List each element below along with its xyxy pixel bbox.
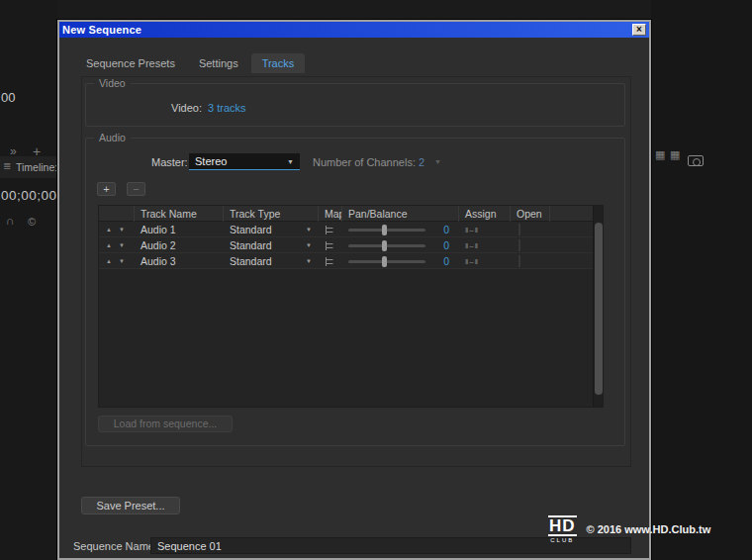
header-filler [550, 206, 595, 222]
dialog-title-bar[interactable]: New Sequence × [59, 22, 649, 38]
add-panel-icon[interactable]: + [33, 143, 41, 159]
table-header-row: Track Name Track Type Map Pan/Balance As… [99, 206, 595, 222]
move-down-icon[interactable]: ▼ [119, 227, 125, 233]
header-reorder [99, 206, 135, 222]
pan-value: 0 [443, 224, 449, 235]
tab-tracks[interactable]: Tracks [251, 53, 306, 73]
header-map: Map [319, 206, 342, 222]
header-assign: Assign [459, 206, 511, 222]
close-icon[interactable]: × [632, 24, 646, 36]
camera-icon[interactable] [688, 155, 704, 166]
master-dropdown[interactable]: Stereo ▼ [189, 153, 300, 170]
new-sequence-dialog: New Sequence × Sequence Presets Settings… [57, 20, 651, 560]
map-cell [319, 240, 342, 251]
pan-balance-slider[interactable]: 0 [342, 253, 459, 269]
pan-handle[interactable] [382, 240, 387, 251]
open-cell [511, 224, 550, 235]
master-dropdown-value: Stereo [195, 155, 227, 167]
channels-value[interactable]: 2 [419, 156, 424, 168]
open-checkbox[interactable] [518, 239, 520, 251]
track-name[interactable]: Audio 3 [135, 255, 224, 267]
sequence-name-label: Sequence Name: [73, 540, 157, 552]
marker-icon[interactable]: © [28, 216, 36, 228]
master-label: Master: [151, 156, 188, 168]
move-down-icon[interactable]: ▼ [119, 258, 125, 264]
track-type-dropdown[interactable]: Standard▼ [224, 224, 319, 235]
track-name[interactable]: Audio 1 [135, 224, 224, 235]
pan-handle[interactable] [382, 225, 387, 235]
save-preset-button[interactable]: Save Preset... [81, 497, 180, 514]
map-routing-icon[interactable] [324, 240, 335, 251]
map-routing-icon[interactable] [324, 225, 335, 235]
video-group: Video Video: 3 tracks [85, 83, 625, 127]
timeline-panel-icon: ≣ [3, 160, 11, 171]
panel-grid-icon-2[interactable]: ▦ [670, 148, 680, 161]
panel-menu-chevron-icon[interactable]: » [10, 144, 17, 158]
chevron-down-icon: ▼ [306, 227, 312, 233]
chevron-down-icon: ▼ [306, 242, 312, 248]
table-scrollbar[interactable] [593, 206, 603, 407]
assign-icon[interactable]: ‖–‖ [459, 226, 511, 234]
pan-balance-slider[interactable]: 0 [342, 222, 459, 237]
hd-logo-text: HD [548, 515, 577, 536]
pan-balance-slider[interactable]: 0 [342, 237, 459, 253]
scrollbar-thumb[interactable] [595, 223, 603, 395]
audio-group-label: Audio [94, 132, 131, 143]
track-type-dropdown[interactable]: Standard▼ [224, 239, 319, 251]
header-pan-balance: Pan/Balance [342, 206, 459, 222]
timeline-timecode: 00;00;00; [1, 188, 61, 203]
move-up-icon[interactable]: ▲ [106, 258, 112, 264]
tab-settings[interactable]: Settings [188, 53, 249, 73]
reorder-cell: ▲▼ [99, 258, 135, 264]
snap-icon[interactable]: ∩ [6, 214, 15, 228]
pan-track [348, 229, 425, 232]
background-right-panel [651, 0, 752, 560]
header-track-name: Track Name [135, 206, 224, 222]
watermark: HD CLUB © 2016 www.HD.Club.tw [548, 515, 710, 543]
audio-tracks-table: Track Name Track Type Map Pan/Balance As… [98, 205, 604, 408]
audio-group: Audio Master: Stereo ▼ Number of Channel… [85, 138, 625, 446]
table-row: ▲▼ Audio 1 Standard▼ 0 ‖–‖ [99, 222, 595, 237]
channels-chevron-down-icon: ▼ [434, 158, 441, 165]
add-track-button[interactable]: + [97, 182, 116, 196]
dialog-title: New Sequence [62, 24, 141, 36]
open-cell [511, 255, 550, 267]
map-routing-icon[interactable] [324, 256, 335, 267]
track-type-value: Standard [230, 239, 272, 251]
video-group-label: Video [94, 77, 131, 89]
move-up-icon[interactable]: ▲ [106, 227, 112, 233]
panel-grid-icon[interactable]: ▦ [655, 148, 665, 161]
tab-sequence-presets[interactable]: Sequence Presets [75, 53, 186, 73]
remove-track-button[interactable]: − [127, 182, 145, 196]
hd-club-logo: HD CLUB [548, 515, 577, 543]
header-track-type: Track Type [224, 206, 319, 222]
video-tracks-value: 3 tracks [208, 102, 246, 114]
screen: 00 » + ≣ Timeline: ( 00;00;00; ∩ © ▦ ▦ N… [0, 0, 752, 560]
pan-track [348, 260, 425, 263]
dialog-content: Sequence Presets Settings Tracks Video V… [59, 38, 649, 558]
open-cell [511, 239, 550, 251]
channels-label: Number of Channels: [313, 156, 416, 168]
load-from-sequence-button[interactable]: Load from sequence... [98, 416, 233, 432]
watermark-text: © 2016 www.HD.Club.tw [587, 523, 711, 535]
chevron-down-icon: ▼ [306, 258, 312, 264]
track-name[interactable]: Audio 2 [135, 239, 224, 251]
chevron-down-icon: ▼ [287, 158, 294, 165]
assign-icon[interactable]: ‖–‖ [459, 257, 511, 266]
dialog-tabs: Sequence Presets Settings Tracks [75, 53, 305, 73]
open-checkbox[interactable] [518, 224, 520, 235]
move-up-icon[interactable]: ▲ [106, 242, 112, 248]
move-down-icon[interactable]: ▼ [119, 242, 125, 248]
pan-handle[interactable] [382, 256, 387, 267]
background-timeline-panel [0, 0, 57, 560]
background-partial-timecode: 00 [1, 90, 15, 105]
assign-icon[interactable]: ‖–‖ [459, 241, 511, 250]
track-type-value: Standard [230, 255, 272, 267]
table-row: ▲▼ Audio 2 Standard▼ 0 ‖–‖ [99, 237, 595, 253]
map-cell [319, 225, 342, 235]
pan-value: 0 [443, 239, 449, 251]
table-row: ▲▼ Audio 3 Standard▼ 0 ‖–‖ [99, 253, 595, 269]
track-type-dropdown[interactable]: Standard▼ [224, 255, 319, 267]
hd-logo-subtext: CLUB [550, 537, 574, 543]
open-checkbox[interactable] [518, 255, 520, 267]
